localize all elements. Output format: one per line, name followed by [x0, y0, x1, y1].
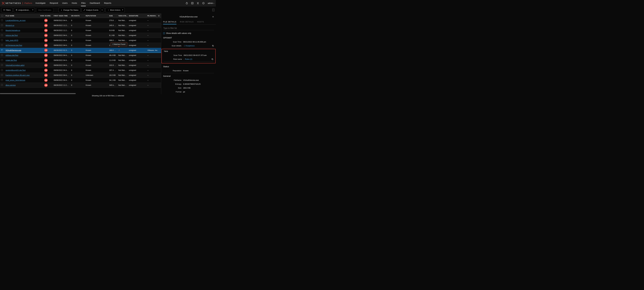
tab-risk-details[interactable]: RISK DETAILS — [180, 20, 194, 24]
nav-dashboard[interactable]: Dashboard — [90, 0, 100, 6]
row-checkbox[interactable] — [0, 84, 4, 86]
col-yara-status[interactable]: YARA STA… — [117, 14, 128, 18]
risk-badge: 100 — [44, 74, 48, 77]
file-link[interactable]: mod_proxy_html.html.en — [6, 79, 25, 81]
copy-icon[interactable] — [212, 45, 214, 47]
cell-pe: -- — [146, 74, 161, 76]
cell-signature: unsigned — [128, 54, 146, 56]
table-row[interactable]: libautoUpgrade.so10008/26/2022 11:22…0Kn… — [0, 28, 161, 33]
more-actions-dropdown[interactable]: More Actions — [106, 8, 125, 12]
col-signature[interactable]: SIGNATURE — [128, 14, 146, 18]
help-icon[interactable]: ? — [202, 2, 205, 4]
col-on-hosts[interactable]: ON HOSTS — [70, 14, 84, 18]
col-filename[interactable]: FILE NAME — [4, 14, 39, 18]
filters-button[interactable]: Filters — [2, 8, 12, 12]
horizontal-scrollbar[interactable] — [0, 93, 161, 94]
nav-hosts[interactable]: Hosts — [72, 0, 77, 6]
file-link[interactable]: VolumeEncryption.adml — [6, 64, 24, 66]
file-link[interactable]: VGAuthService.exe — [6, 49, 21, 51]
risk-badge: 100 — [44, 24, 48, 27]
table-row[interactable]: VolumeEncryption.adml10009/08/2022 04:47… — [0, 63, 161, 68]
table-row[interactable]: VGAuthService.exe10008/26/2022 01:36…3Kn… — [0, 48, 161, 53]
table-row[interactable]: help_topic.MYD10009/08/2022 04:47…0Known… — [0, 38, 161, 43]
svg-point-23 — [213, 10, 213, 10]
analyze-events-dropdown[interactable] — [100, 8, 104, 12]
svg-rect-26 — [212, 59, 213, 60]
chevron-right-icon[interactable]: › — [183, 45, 184, 47]
row-checkbox[interactable] — [0, 19, 4, 22]
change-file-status-button[interactable]: Change File Status — [59, 8, 80, 12]
nav-reports[interactable]: Reports — [104, 0, 112, 6]
table-row[interactable]: fractions.cpython-36.opt-1.pyc10009/08/2… — [0, 73, 161, 78]
table-row[interactable]: reduce.decTest10009/08/2022 04:47…0Known… — [0, 33, 161, 38]
row-checkbox[interactable] — [0, 64, 4, 66]
col-first-seen[interactable]: FIRST SEEN TIME — [52, 14, 70, 18]
table-row[interactable]: dbus.service10008/26/2022 11:22…0Known34… — [0, 83, 161, 88]
row-checkbox[interactable] — [0, 59, 4, 61]
tab-file-details[interactable]: FILE DETAILS — [163, 20, 176, 24]
chevron-right-icon[interactable]: › — [184, 58, 184, 60]
filters-label: Filters — [6, 9, 11, 11]
row-checkbox[interactable] — [0, 79, 4, 81]
table-row[interactable]: libnspr4.so10008/26/2022 11:22…0Known245… — [0, 23, 161, 28]
show-values-toggle[interactable]: ✓ Show details with values only — [161, 32, 216, 36]
column-settings-icon[interactable] — [157, 14, 161, 18]
user-menu[interactable]: admin› — [208, 2, 214, 4]
opswat-scandet-link[interactable]: 2 Suspicious — [184, 45, 195, 47]
table-row[interactable]: dqToIntegral.decTest10009/08/2022 04:47…… — [0, 43, 161, 48]
table-row[interactable]: mod_proxy_html.html.en10009/08/2022 04:4… — [0, 78, 161, 83]
file-link[interactable]: libautoUpgrade.so — [6, 29, 20, 32]
svg-point-19 — [108, 10, 108, 10]
file-link[interactable]: fractions.cpython-36.opt-1.pyc — [6, 74, 30, 76]
nav-investigate[interactable]: Investigate — [35, 0, 46, 6]
row-checkbox[interactable] — [0, 29, 4, 32]
table-row[interactable]: dsBase.decTest10009/08/2022 04:47…0Known… — [0, 53, 161, 58]
row-checkbox[interactable] — [0, 44, 4, 46]
logo[interactable]: NETWITNESS | Platform — [2, 2, 32, 5]
file-link[interactable]: dbus.service — [6, 84, 16, 86]
file-link[interactable]: reduce.decTest — [6, 34, 18, 36]
analyze-events-button[interactable]: Analyze Events — [82, 8, 100, 12]
yara-rule-link[interactable]: Rules (2) — [185, 58, 192, 60]
cell-signature: unsigned — [128, 64, 146, 66]
file-link[interactable]: dsBase.decTest — [6, 54, 18, 56]
nav-users[interactable]: Users — [62, 0, 68, 6]
col-reputation[interactable]: REPUTATION — [84, 14, 108, 18]
file-link[interactable]: randomBound32.decTest — [6, 69, 26, 71]
file-link[interactable]: LocalizedStrings_en.json — [6, 19, 26, 22]
cell-reputation: Known — [84, 69, 108, 71]
row-checkbox[interactable] — [0, 34, 4, 36]
table-row[interactable]: LocalizedStrings_en.json10009/08/2022 04… — [0, 18, 161, 23]
col-pe-resource[interactable]: PE.RESOU… — [146, 14, 157, 18]
table-row[interactable]: randomBound32.decTest10009/08/2022 04:47… — [0, 68, 161, 73]
close-panel-icon[interactable]: ✕ — [212, 16, 214, 18]
nav-files[interactable]: Files — [81, 0, 86, 6]
file-link[interactable]: dqToIntegral.decTest — [6, 44, 22, 46]
file-link[interactable]: libnspr4.so — [6, 24, 14, 26]
row-checkbox[interactable] — [0, 54, 4, 56]
source-dropdown[interactable]: endpointbrok… — [14, 8, 35, 12]
table-row[interactable]: rotate.decTest10009/08/2022 04:47…0Known… — [0, 58, 161, 63]
percent-icon[interactable] — [191, 2, 194, 4]
timer-icon[interactable] — [186, 2, 188, 4]
details-panel: VGAuthService.exe ✕ FILE DETAILSRISK DET… — [161, 14, 216, 94]
filter-input[interactable] — [163, 26, 214, 30]
cell-reputation: Known — [84, 29, 108, 32]
cell-yara: Not Matc… — [118, 29, 127, 32]
col-risk-score[interactable]: RISK SCORE — [39, 14, 52, 18]
row-checkbox[interactable] — [0, 69, 4, 71]
tools-icon[interactable] — [197, 2, 199, 4]
row-checkbox[interactable] — [0, 24, 4, 26]
tab-hosts[interactable]: HOSTS — [197, 20, 204, 24]
nav-respond[interactable]: Respond — [50, 0, 58, 6]
row-checkbox[interactable] — [0, 74, 4, 76]
select-all-checkbox[interactable] — [0, 14, 4, 18]
copy-icon[interactable] — [212, 58, 214, 60]
col-size[interactable]: SIZE — [108, 14, 117, 18]
row-checkbox[interactable] — [0, 39, 4, 41]
svg-point-8 — [192, 3, 193, 4]
file-link[interactable]: rotate.decTest — [6, 59, 17, 61]
file-link[interactable]: help_topic.MYD — [6, 39, 18, 41]
collapse-panel-icon[interactable] — [212, 8, 214, 12]
row-checkbox[interactable] — [0, 49, 4, 51]
